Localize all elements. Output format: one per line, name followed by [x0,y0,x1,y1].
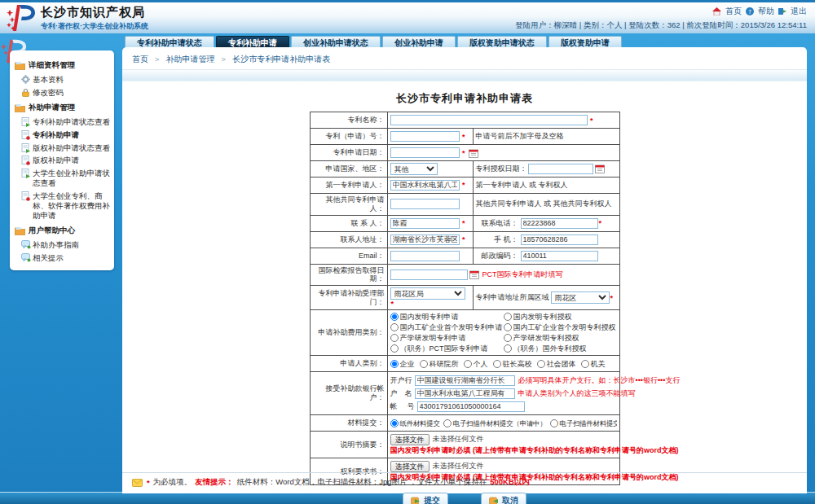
applicant-type-radio[interactable] [420,360,428,368]
bank-name-input[interactable] [415,375,515,386]
contact-addr-input[interactable] [390,234,460,245]
fee-type-radio[interactable] [504,344,512,353]
country-select[interactable]: 其他 [390,163,438,175]
material-radio[interactable] [390,419,399,427]
sidebar-item-basic-info[interactable]: 基本资料 [15,73,111,86]
required-marker: * [462,235,465,243]
applicant-type-option-0[interactable]: 企业 [390,359,415,369]
lock-icon [21,88,30,97]
sidebar-item-copyright-apply[interactable]: 版权补助申请 [15,154,111,167]
required-marker: * [462,219,465,227]
sidebar-section-help[interactable]: 用户帮助中心 [15,226,111,236]
breadcrumb-home[interactable]: 首页 [132,55,148,64]
applicant-type-option-1[interactable]: 科研院所 [420,359,459,369]
fee-type-radio[interactable] [390,323,399,331]
applicant-type-option-5[interactable]: 机关 [581,359,606,369]
fee-type-radio[interactable] [390,334,399,342]
sidebar-item-change-password[interactable]: 修改密码 [15,86,111,99]
patent-no-input[interactable] [390,131,460,142]
fee-type-option-4[interactable]: 产学研发明专利申请 [390,333,504,343]
org-title: 长沙市知识产权局 [41,5,148,20]
fee-type-option-7[interactable]: （职务）国外专利授权 [504,344,617,353]
quick-nav: 首页 ? 帮助 退出 [712,6,807,17]
account-name-input[interactable] [415,388,515,399]
sidebar-item-tips[interactable]: 相关提示 [15,252,111,265]
form-footnote: * 为必填项。 友情提示： 纸件材料：Word文档，电子扫描件材料：Jpg图片 … [122,472,807,490]
fee-type-option-0[interactable]: 国内发明专利申请 [390,312,504,322]
search-report-date-input[interactable] [390,270,468,280]
material-radio-group: 纸件材料提交 电子扫描件材料提交（申请中） 电子扫描件材料提交（已审核） [390,419,617,428]
bank-sub-label: 户 名 [390,388,412,399]
sidebar-item-label: 大学生创业专利、商标、软件著作权费用补助申请 [33,191,110,220]
contact-input[interactable] [390,218,460,229]
applicant-type-option-4[interactable]: 社会团体 [537,359,576,369]
mobile-input[interactable] [521,234,598,245]
account-no-input[interactable] [417,401,525,412]
material-option-1[interactable]: 电子扫描件材料提交（申请中） [443,419,547,428]
applicant-type-radio[interactable] [581,360,589,368]
submit-button[interactable]: 提交 [403,493,448,504]
abstract-choose-file-button[interactable]: 选择文件 [390,434,430,445]
material-radio[interactable] [550,419,558,427]
fee-type-option-3[interactable]: 国内工矿企业首个发明专利授权 [504,322,617,332]
sidebar-item-student-status-view[interactable]: 大学生创业补助申请状态查看 [15,167,111,190]
sidebar-item-guide[interactable]: 补助办事指南 [15,239,111,252]
sidebar-item-copyright-status-view[interactable]: 版权补助申请状态查看 [15,142,111,155]
material-radio[interactable] [443,419,452,427]
radio-label: 个人 [474,359,488,369]
sidebar-item-student-fee-apply[interactable]: 大学生创业专利、商标、软件著作权费用补助申请 [15,190,111,222]
field-label: 专利（申请）号： [310,129,387,145]
logout-link[interactable]: 退出 [791,6,807,17]
fee-type-radio[interactable] [504,334,512,342]
claims-choose-file-button[interactable]: 选择文件 [390,461,430,472]
postcode-input[interactable] [521,251,598,261]
fee-type-radio[interactable] [504,313,512,321]
dept-select[interactable]: 雨花区局 [390,287,465,300]
grant-date-input[interactable] [528,164,593,174]
fee-type-option-2[interactable]: 国内工矿企业首个发明专利申请 [390,322,504,332]
cancel-icon [489,497,499,504]
bank-row-account-no: 帐 号 [390,400,617,413]
sidebar-item-patent-apply[interactable]: 专利补助申请 [15,129,111,142]
applicant-type-radio[interactable] [390,360,399,368]
first-applicant-input[interactable] [390,180,460,191]
fee-type-radio[interactable] [504,323,512,331]
applicant-type-radio[interactable] [537,360,545,368]
breadcrumb-subsidy-mgmt[interactable]: 补助申请管理 [166,55,215,64]
logout-icon [778,7,786,15]
patent-name-input[interactable] [390,115,588,125]
sidebar-item-patent-status-view[interactable]: 专利补助申请状态查看 [15,116,111,129]
cancel-button[interactable]: 取消 [481,493,526,504]
breadcrumb-current[interactable]: 长沙市专利申请补助申请表 [232,55,330,64]
svg-text:?: ? [748,9,751,15]
email-input[interactable] [390,251,460,261]
field-label: 联 系 人： [310,215,387,231]
fee-type-radio[interactable] [390,313,399,321]
material-option-2[interactable]: 电子扫描件材料提交（已审核） [550,419,617,428]
fee-type-option-6[interactable]: （职务）PCT国际专利申请 [390,344,504,353]
calendar-icon[interactable] [469,270,479,279]
applicant-type-radio[interactable] [493,360,501,368]
contact-tel-input[interactable] [521,218,598,229]
contact-tel-label: 联系电话： [476,218,521,229]
help-link[interactable]: 帮助 [758,6,774,17]
fee-type-option-1[interactable]: 国内发明专利授权 [504,312,617,322]
apply-date-input[interactable] [390,147,460,158]
field-label: 国际检索报告取得日期： [310,264,387,286]
applicant-type-option-3[interactable]: 驻长高校 [493,359,532,369]
calendar-icon[interactable] [469,149,478,158]
document-status-icon [21,169,30,178]
calendar-icon[interactable] [595,164,605,173]
applicant-type-radio[interactable] [464,360,472,368]
other-applicant-input[interactable] [390,199,460,209]
fee-type-radio[interactable] [390,344,399,353]
fee-type-option-5[interactable]: 产学研发明专利授权 [504,333,617,343]
sidebar-section-profile[interactable]: 详细资料管理 [15,60,111,71]
radio-label: 国内发明专利授权 [513,312,572,322]
radio-label: 国内工矿企业首个发明专利授权 [513,322,616,332]
applicant-type-option-2[interactable]: 个人 [464,359,488,369]
sidebar-section-subsidy[interactable]: 补助申请管理 [15,103,111,113]
material-option-0[interactable]: 纸件材料提交 [390,419,440,428]
region-select[interactable]: 雨花区 [551,291,610,304]
home-link[interactable]: 首页 [725,6,742,17]
